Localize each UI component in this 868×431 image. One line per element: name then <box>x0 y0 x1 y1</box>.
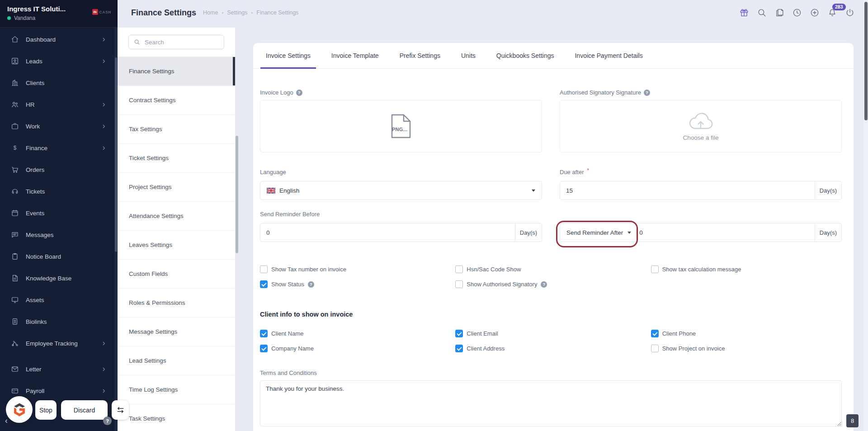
checkbox-box[interactable] <box>260 265 268 273</box>
sidebar-item-dashboard[interactable]: Dashboard <box>0 28 114 50</box>
sidebar-scrollbar[interactable] <box>114 28 118 431</box>
tab-invoice-settings[interactable]: Invoice Settings <box>266 43 311 68</box>
checkbox-show-tax-number-on-invoice[interactable]: Show Tax number on invoice <box>260 265 451 273</box>
checkbox-box[interactable] <box>455 280 463 288</box>
help-icon[interactable] <box>644 90 650 96</box>
sidebar-item-orders[interactable]: Orders <box>0 159 114 180</box>
sidebar-item-biolinks[interactable]: Biolinks <box>0 311 114 332</box>
settings-nav-panel: Finance SettingsContract SettingsTax Set… <box>118 28 235 431</box>
checkbox-show-tax-calculation-message[interactable]: Show tax calculation message <box>651 265 842 273</box>
reminder-before-input[interactable] <box>260 223 515 242</box>
gift-icon[interactable] <box>739 8 749 18</box>
checkbox-client-name[interactable]: Client Name <box>260 330 451 337</box>
reminder-after-dropdown[interactable]: Send Reminder After <box>560 223 637 242</box>
letter-icon <box>11 365 19 373</box>
app-logo-button[interactable] <box>6 396 33 423</box>
language-select[interactable]: English <box>260 181 542 200</box>
invoice-logo-upload[interactable]: PNG... <box>260 100 542 152</box>
settings-nav-ticket-settings[interactable]: Ticket Settings <box>118 144 235 173</box>
work-icon <box>11 122 19 130</box>
add-icon[interactable] <box>810 8 820 18</box>
checkbox-box[interactable] <box>455 330 463 337</box>
events-icon <box>11 209 19 217</box>
help-icon[interactable] <box>103 417 112 425</box>
sidebar-item-work[interactable]: Work <box>0 115 114 137</box>
notifications-icon[interactable]: 283 <box>827 8 837 18</box>
swap-button[interactable] <box>112 400 129 420</box>
sidebar-item-hr[interactable]: HR <box>0 94 114 115</box>
sidebar-item-leads[interactable]: Leads <box>0 50 114 72</box>
sidebar-item-assets[interactable]: Assets <box>0 289 114 311</box>
checkbox-company-name[interactable]: Company Name <box>260 345 451 352</box>
sidebar-collapse-icon[interactable] <box>5 416 8 426</box>
count-badge[interactable]: 8 <box>846 414 859 427</box>
reminder-after-input[interactable] <box>637 223 815 242</box>
settings-nav-project-settings[interactable]: Project Settings <box>118 173 235 202</box>
sidebar-item-finance[interactable]: $Finance <box>0 137 114 159</box>
sidebar-item-messages[interactable]: Messages <box>0 224 114 246</box>
checkbox-client-address[interactable]: Client Address <box>455 345 646 352</box>
settings-search-input[interactable] <box>144 38 219 46</box>
tab-prefix-settings[interactable]: Prefix Settings <box>400 43 440 68</box>
checkbox-show-authorised-signatory[interactable]: Show Authorised Signatory <box>455 280 646 288</box>
sidebar-item-employee-tracking[interactable]: Employee Tracking <box>0 332 114 354</box>
settings-nav-time-log-settings[interactable]: Time Log Settings <box>118 375 235 404</box>
swap-arrows-icon <box>116 405 125 415</box>
search-icon[interactable] <box>757 8 767 18</box>
settings-nav-tax-settings[interactable]: Tax Settings <box>118 115 235 144</box>
checkbox-hsn-sac-code-show[interactable]: Hsn/Sac Code Show <box>455 265 646 273</box>
checkbox-client-phone[interactable]: Client Phone <box>651 330 842 337</box>
checkbox-box[interactable] <box>455 265 463 273</box>
checkbox-box[interactable] <box>260 280 268 288</box>
checkbox-box[interactable] <box>651 345 659 352</box>
logout-icon[interactable] <box>845 8 855 18</box>
sidebar-item-tickets[interactable]: Tickets <box>0 180 114 202</box>
sidebar-item-letter[interactable]: Letter <box>0 358 114 380</box>
app-logo <box>12 402 27 417</box>
sidebar-item-clients[interactable]: Clients <box>0 72 114 94</box>
help-icon[interactable] <box>541 281 547 288</box>
app-brand-logo: IN CASH <box>92 9 112 15</box>
settings-nav-message-settings[interactable]: Message Settings <box>118 317 235 346</box>
checkbox-show-status[interactable]: Show Status <box>260 280 451 288</box>
reminder-before-label: Send Reminder Before <box>260 211 542 218</box>
settings-nav-lead-settings[interactable]: Lead Settings <box>118 346 235 375</box>
settings-nav-contract-settings[interactable]: Contract Settings <box>118 86 235 115</box>
sidebar-scrollbar-thumb[interactable] <box>115 57 117 252</box>
checkbox-client-email[interactable]: Client Email <box>455 330 646 337</box>
checkbox-box[interactable] <box>260 330 268 337</box>
tab-bar: Invoice SettingsInvoice TemplatePrefix S… <box>253 43 854 69</box>
settings-nav-leaves-settings[interactable]: Leaves Settings <box>118 231 235 260</box>
settings-nav-attendance-settings[interactable]: Attendance Settings <box>118 202 235 231</box>
settings-nav-finance-settings[interactable]: Finance Settings <box>118 57 235 86</box>
checkbox-box[interactable] <box>651 265 659 273</box>
history-icon[interactable] <box>792 8 802 18</box>
tab-quickbooks-settings[interactable]: Quickbooks Settings <box>496 43 554 68</box>
help-icon[interactable] <box>308 281 314 288</box>
discard-button[interactable]: Discard <box>61 400 108 420</box>
tab-invoice-payment-details[interactable]: Invoice Payment Details <box>575 43 642 68</box>
terms-textarea[interactable]: Thank you for your business. <box>260 380 842 426</box>
due-after-input[interactable] <box>560 181 815 199</box>
settings-nav-scrollbar-thumb[interactable] <box>236 136 238 253</box>
tab-units[interactable]: Units <box>461 43 476 68</box>
breadcrumb-settings[interactable]: Settings <box>227 9 256 16</box>
stop-button[interactable]: Stop <box>35 400 57 420</box>
tab-invoice-template[interactable]: Invoice Template <box>331 43 379 68</box>
signature-upload[interactable]: Choose a file <box>560 100 842 152</box>
notes-icon[interactable] <box>774 8 784 18</box>
page-scrollbar[interactable] <box>864 0 868 431</box>
sidebar-item-events[interactable]: Events <box>0 202 114 224</box>
checkbox-box[interactable] <box>651 330 659 337</box>
checkbox-box[interactable] <box>260 345 268 352</box>
breadcrumb-home[interactable]: Home <box>203 9 227 16</box>
settings-nav-custom-fields[interactable]: Custom Fields <box>118 260 235 289</box>
help-icon[interactable] <box>296 90 302 96</box>
settings-nav-task-settings[interactable]: Task Settings <box>118 404 235 431</box>
checkbox-show-project-on-invoice[interactable]: Show Project on invoice <box>651 345 842 352</box>
sidebar-item-notice-board[interactable]: Notice Board <box>0 246 114 267</box>
checkbox-box[interactable] <box>455 345 463 352</box>
settings-nav-roles-permissions[interactable]: Roles & Permissions <box>118 289 235 317</box>
page-scrollbar-thumb[interactable] <box>864 2 868 120</box>
sidebar-item-knowledge-base[interactable]: Knowledge Base <box>0 267 114 289</box>
